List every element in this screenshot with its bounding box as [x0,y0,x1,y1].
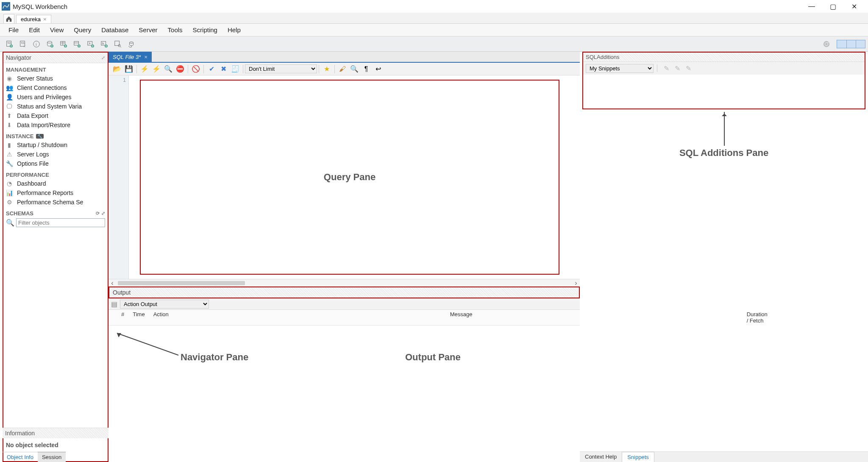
commit-button[interactable]: ✔ [206,64,217,74]
minimize-button[interactable]: — [808,3,815,11]
close-button[interactable]: ✕ [850,3,858,11]
snippet-replace-button[interactable]: ✎ [673,64,682,73]
snippet-replace-icon: ✎ [675,64,680,72]
nav-server-status[interactable]: ◉Server Status [3,74,108,83]
menu-database[interactable]: Database [96,26,134,33]
menu-query[interactable]: Query [69,26,96,33]
create-function-button[interactable]: fx [98,38,110,50]
nav-data-import[interactable]: ⬇Data Import/Restore [3,120,108,130]
title-bar: MySQL Workbench — ▢ ✕ [0,0,868,13]
toggle-comment-button[interactable]: 🚫 [191,64,201,74]
connections-icon: 👥 [6,84,13,91]
nav-data-export[interactable]: ⬆Data Export [3,111,108,120]
nav-options-file[interactable]: 🔧Options File [3,159,108,168]
tab-object-info[interactable]: Object Info [3,452,38,462]
menu-scripting[interactable]: Scripting [188,26,223,33]
sql-file-tab[interactable]: SQL File 3* × [108,52,152,62]
snippet-copy-icon: ✎ [686,64,691,72]
toggle-output-button[interactable] [846,40,856,48]
tab-snippets[interactable]: Snippets [622,452,654,462]
toggle-whitespace-button[interactable]: ¶ [361,64,371,74]
nav-status-variables[interactable]: 🖵Status and System Varia [3,102,108,111]
query-pane-annotation: Query Pane [324,172,376,183]
expand-schemas-icon[interactable]: ⤢ [101,211,105,216]
create-table-button[interactable] [58,38,70,50]
snippet-insert-button[interactable]: ✎ [662,64,671,73]
svg-text:SQL: SQL [8,42,12,44]
navigator-pane-annotation: Navigator Pane [181,352,248,363]
output-type-select[interactable]: Action Output [120,300,209,309]
stop-button[interactable]: ⛔ [175,64,185,74]
inspector-button[interactable]: i [31,38,42,50]
menu-server[interactable]: Server [134,26,162,33]
menu-help[interactable]: Help [223,26,246,33]
stop-icon: ⛔ [176,65,184,73]
nav-performance-schema[interactable]: ⚙Performance Schema Se [3,198,108,207]
commit-icon: ✔ [209,65,214,73]
connection-tab-bar: edureka × [0,13,868,24]
schemas-filter-input[interactable] [16,218,105,227]
nav-startup-shutdown[interactable]: ▮Startup / Shutdown [3,140,108,150]
output-list-icon[interactable]: ▤ [111,300,117,308]
menu-tools[interactable]: Tools [163,26,188,33]
editor-horizontal-scrollbar[interactable]: ‹ › [108,279,580,287]
execute-button[interactable]: ⚡ [139,64,150,74]
scroll-right-icon[interactable]: › [572,279,580,287]
execute-current-button[interactable]: ⚡ [151,64,161,74]
open-file-button[interactable]: 📂 [112,64,122,74]
toggle-secondary-button[interactable] [856,40,865,48]
save-file-button[interactable]: 💾 [124,64,134,74]
search-table-data-button[interactable] [112,38,124,50]
nav-users-privileges[interactable]: 👤Users and Privileges [3,92,108,102]
open-sql-file-button[interactable]: SQL [17,38,29,50]
snippet-copy-button[interactable]: ✎ [684,64,693,73]
connection-tab-close-icon[interactable]: × [43,16,47,22]
nav-client-connections[interactable]: 👥Client Connections [3,83,108,92]
create-view-button[interactable] [71,38,83,50]
navigator-pane: Navigator ⤢ MANAGEMENT ◉Server Status 👥C… [3,52,108,462]
perf-schema-icon: ⚙ [6,199,13,206]
scroll-left-icon[interactable]: ‹ [108,279,116,287]
no-exec-icon: 🚫 [192,65,200,73]
rollback-button[interactable]: ✖ [218,64,228,74]
nav-performance-reports[interactable]: 📊Performance Reports [3,188,108,198]
find-button[interactable]: 🔍 [349,64,359,74]
line-gutter: 1 [108,75,129,279]
limit-select[interactable]: Don't Limit [245,64,317,73]
autocommit-button[interactable]: 🧾 [230,64,240,74]
schemas-heading: SCHEMAS [6,210,33,217]
home-tab[interactable] [3,14,14,23]
new-sql-tab-button[interactable]: SQL [3,38,15,50]
col-index: # [117,311,128,324]
navigator-title: Navigator [6,54,31,61]
refresh-schemas-icon[interactable]: ⟳ [96,211,100,216]
nav-dashboard[interactable]: ◔Dashboard [3,179,108,188]
tab-context-help[interactable]: Context Help [580,452,622,462]
star-plus-icon: ★ [324,65,330,73]
update-button[interactable] [821,38,832,50]
tab-session[interactable]: Session [38,452,66,462]
menu-file[interactable]: File [3,26,24,33]
sql-file-tab-close-icon[interactable]: × [144,54,147,60]
create-procedure-button[interactable] [85,38,97,50]
scroll-thumb[interactable] [118,281,245,285]
connection-tab[interactable]: edureka × [16,15,51,23]
toggle-sidebar-button[interactable] [837,40,846,48]
nav-server-logs[interactable]: ⚠Server Logs [3,150,108,159]
beautify-button[interactable]: 🖌 [337,64,348,74]
maximize-button[interactable]: ▢ [829,3,837,11]
sql-editor[interactable]: Query Pane [129,75,580,279]
expand-icon[interactable]: ⤢ [101,55,105,61]
wrap-button[interactable]: ↩ [373,64,383,74]
information-body: No object selected [3,438,108,452]
add-snippet-button[interactable]: ★ [322,64,332,74]
explain-button[interactable]: 🔍 [163,64,173,74]
brush-icon: 🖌 [339,65,346,73]
create-schema-button[interactable] [44,38,56,50]
info-icon: i [33,40,40,48]
menu-edit[interactable]: Edit [24,26,45,33]
server-status-icon: ◉ [6,75,13,82]
reconnect-button[interactable] [125,38,137,50]
menu-view[interactable]: View [45,26,69,33]
snippets-select[interactable]: My Snippets [586,64,654,73]
